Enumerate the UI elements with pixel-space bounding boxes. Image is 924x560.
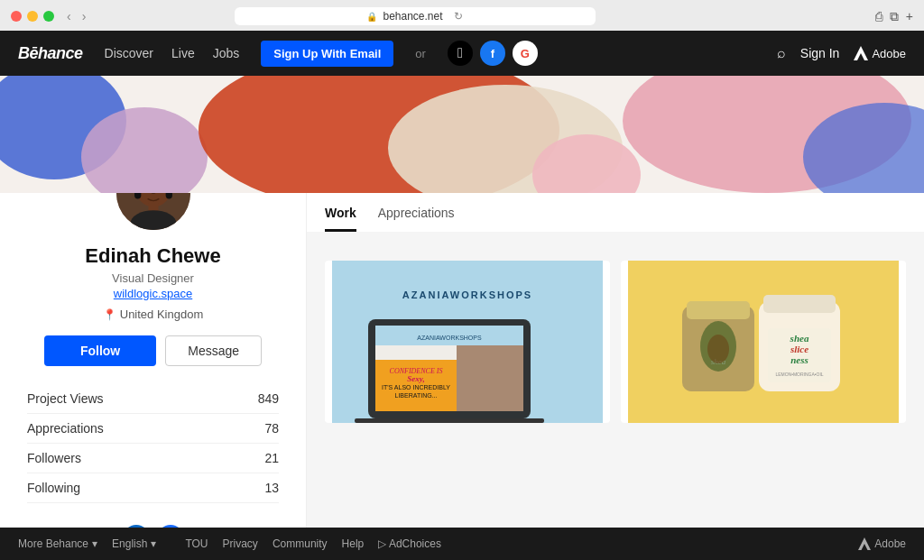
footer-adobe: Adobe xyxy=(858,537,906,550)
svg-point-48 xyxy=(707,335,729,363)
or-text: or xyxy=(415,47,426,60)
close-button[interactable] xyxy=(11,11,22,22)
stat-following: Following 13 xyxy=(27,473,279,503)
project-card-azania[interactable]: AZANIAWORKSHOPS AZANIAWORKSHOPS CONFIDEN… xyxy=(325,261,610,423)
stat-label-followers: Followers xyxy=(27,451,81,465)
footer-privacy[interactable]: Privacy xyxy=(223,537,258,550)
cover-area xyxy=(0,76,924,193)
svg-text:ness: ness xyxy=(790,354,808,365)
new-tab-button[interactable]: ⧉ xyxy=(890,9,899,24)
site-wrapper: Bēhance Discover Live Jobs Sign Up With … xyxy=(0,31,924,560)
minimize-button[interactable] xyxy=(27,11,38,22)
add-tab-button[interactable]: + xyxy=(906,9,913,24)
stats-table: Project Views 849 Appreciations 78 Follo… xyxy=(27,384,279,503)
project-card-shea[interactable]: shea shea slice ness LEMON•MORINGA•OIL xyxy=(621,261,906,423)
facebook-signin-button[interactable]: f xyxy=(480,41,505,66)
main-content: Work Appreciations AZANIAWORKSHOPS xyxy=(307,193,924,528)
signup-button[interactable]: Sign Up With Email xyxy=(261,41,393,67)
action-buttons: Follow Message xyxy=(27,335,279,366)
footer-tou[interactable]: TOU xyxy=(185,537,208,550)
svg-rect-41 xyxy=(763,295,836,313)
nav-live[interactable]: Live xyxy=(171,46,195,60)
avatar xyxy=(113,193,194,234)
behance-logo[interactable]: Bēhance xyxy=(18,44,83,63)
chevron-down-icon-lang: ▾ xyxy=(151,537,156,550)
maximize-button[interactable] xyxy=(43,11,54,22)
tab-appreciations[interactable]: Appreciations xyxy=(378,193,455,232)
apple-signin-button[interactable]:  xyxy=(448,41,473,66)
nav-right: ⌕ Sign In Adobe xyxy=(777,45,906,61)
location-pin-icon: 📍 xyxy=(103,308,116,321)
footer-help[interactable]: Help xyxy=(342,537,365,550)
content-area: Edinah Chewe Visual Designer wildlogic.s… xyxy=(0,193,924,528)
stat-value-appreciations: 78 xyxy=(264,421,279,436)
lock-icon: 🔒 xyxy=(366,12,377,22)
social-icons:  f G xyxy=(448,41,538,66)
follow-button[interactable]: Follow xyxy=(44,335,156,366)
svg-text:IT'S ALSO INCREDIBLY: IT'S ALSO INCREDIBLY xyxy=(382,384,450,390)
svg-text:shea: shea xyxy=(790,333,809,344)
social-links: in © xyxy=(124,525,183,528)
svg-marker-49 xyxy=(858,537,871,550)
tabs: Work Appreciations xyxy=(307,193,924,232)
stat-label-appreciations: Appreciations xyxy=(27,421,104,436)
stat-value-followers: 21 xyxy=(264,451,279,465)
project-thumb-azania: AZANIAWORKSHOPS AZANIAWORKSHOPS CONFIDEN… xyxy=(325,261,610,423)
adobe-logo: Adobe xyxy=(854,46,906,60)
footer-adobe-label: Adobe xyxy=(874,537,906,550)
url-text: behance.net xyxy=(383,10,442,23)
svg-text:AZANIAWORKSHOPS: AZANIAWORKSHOPS xyxy=(417,335,482,341)
svg-text:AZANIAWORKSHOPS: AZANIAWORKSHOPS xyxy=(402,289,532,300)
profile-name: Edinah Chewe xyxy=(85,244,220,268)
stat-project-views: Project Views 849 xyxy=(27,384,279,414)
language-dropdown[interactable]: English ▾ xyxy=(112,537,156,550)
forward-button[interactable]: › xyxy=(79,7,90,25)
browser-actions: ⎙ ⧉ + xyxy=(875,9,913,24)
nav-jobs[interactable]: Jobs xyxy=(213,46,240,60)
stat-value-project-views: 849 xyxy=(258,391,279,406)
nav-links: Discover Live Jobs xyxy=(105,46,240,60)
svg-rect-35 xyxy=(355,418,544,423)
reload-icon[interactable]: ↻ xyxy=(454,10,463,23)
nav-discover[interactable]: Discover xyxy=(105,46,153,60)
profile-title: Visual Designer xyxy=(112,271,194,285)
signin-link[interactable]: Sign In xyxy=(800,46,840,60)
navbar: Bēhance Discover Live Jobs Sign Up With … xyxy=(0,31,924,76)
sidebar: Edinah Chewe Visual Designer wildlogic.s… xyxy=(0,193,307,528)
cover-image xyxy=(0,76,924,193)
footer-community[interactable]: Community xyxy=(273,537,328,550)
message-button[interactable]: Message xyxy=(165,335,262,366)
behance-profile-icon[interactable]: © xyxy=(158,525,183,528)
stat-label-following: Following xyxy=(27,481,80,495)
linkedin-icon[interactable]: in xyxy=(124,525,149,528)
avatar-container xyxy=(113,193,194,234)
address-bar[interactable]: 🔒 behance.net ↻ xyxy=(235,7,596,25)
stat-value-following: 13 xyxy=(264,481,279,495)
project-image-azania: AZANIAWORKSHOPS AZANIAWORKSHOPS CONFIDEN… xyxy=(325,261,610,423)
avatar-image xyxy=(116,193,190,230)
adobe-footer-icon xyxy=(858,537,871,550)
svg-text:LIBERATING...: LIBERATING... xyxy=(395,392,438,399)
svg-marker-0 xyxy=(854,46,868,60)
search-icon[interactable]: ⌕ xyxy=(777,45,786,61)
more-behance-dropdown[interactable]: More Behance ▾ xyxy=(18,537,97,550)
back-button[interactable]: ‹ xyxy=(63,7,75,25)
google-signin-button[interactable]: G xyxy=(513,41,538,66)
project-thumb-shea: shea shea slice ness LEMON•MORINGA•OIL xyxy=(621,261,906,423)
svg-text:Sexy,: Sexy, xyxy=(407,374,424,383)
svg-text:slice: slice xyxy=(790,344,808,354)
profile-website[interactable]: wildlogic.space xyxy=(114,287,192,300)
nav-buttons: ‹ › xyxy=(63,7,89,25)
svg-rect-34 xyxy=(457,345,523,411)
project-image-shea: shea shea slice ness LEMON•MORINGA•OIL xyxy=(621,261,906,423)
footer-adchoices[interactable]: ▷ AdChoices xyxy=(378,537,441,550)
tab-work[interactable]: Work xyxy=(325,193,356,232)
svg-rect-38 xyxy=(687,301,750,319)
adobe-icon xyxy=(854,46,868,60)
share-button[interactable]: ⎙ xyxy=(875,9,882,24)
stat-appreciations: Appreciations 78 xyxy=(27,414,279,444)
chevron-down-icon: ▾ xyxy=(92,537,97,550)
stat-followers: Followers 21 xyxy=(27,444,279,473)
stat-label-project-views: Project Views xyxy=(27,391,104,406)
projects-grid: AZANIAWORKSHOPS AZANIAWORKSHOPS CONFIDEN… xyxy=(325,250,906,423)
